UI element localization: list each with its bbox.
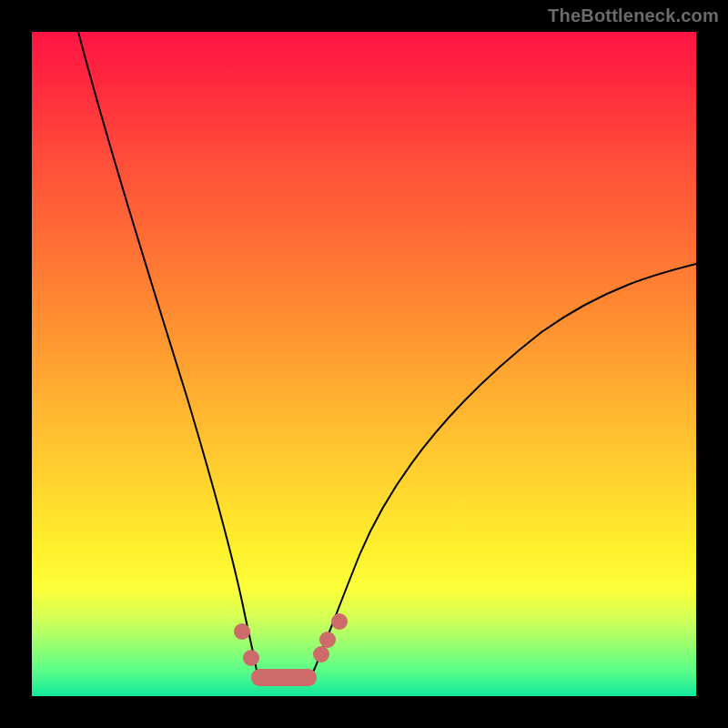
chart-svg bbox=[32, 32, 696, 696]
marker-dot bbox=[313, 646, 329, 662]
curve-right-branch bbox=[311, 264, 696, 676]
curve-left-branch bbox=[78, 32, 258, 676]
chart-stage: TheBottleneck.com bbox=[0, 0, 728, 728]
watermark-text: TheBottleneck.com bbox=[548, 5, 719, 26]
marker-dot bbox=[234, 623, 250, 640]
marker-dot bbox=[243, 650, 259, 666]
marker-dot bbox=[319, 632, 336, 648]
plot-area bbox=[32, 32, 696, 696]
marker-dot bbox=[331, 613, 348, 630]
valley-bar bbox=[251, 669, 317, 686]
